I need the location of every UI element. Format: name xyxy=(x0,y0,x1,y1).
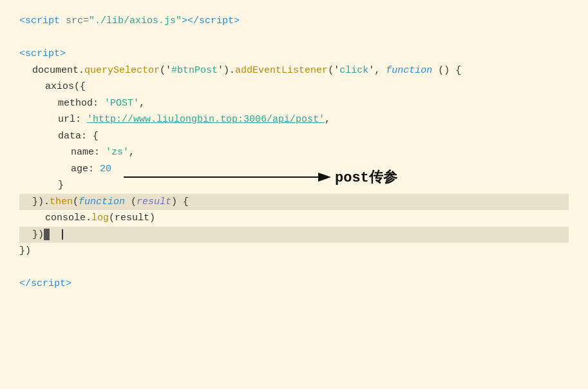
code-line-5: axios({ xyxy=(19,79,569,95)
code-line-11: } xyxy=(19,177,569,194)
code-line-3: <script> xyxy=(19,46,569,62)
code-line-12: }).then(function (result) { xyxy=(19,194,569,211)
code-line-7: url: 'http://www.liulongbin.top:3006/api… xyxy=(19,111,569,128)
code-line-15: }) xyxy=(19,243,569,260)
code-line-9: name: 'zs', xyxy=(19,144,569,161)
code-line-13: console.log(result) xyxy=(19,210,569,227)
code-line-17: </script> xyxy=(19,276,569,292)
code-line-10: age: 20 xyxy=(19,161,569,178)
code-line-4: document.querySelector('#btnPost').addEv… xyxy=(19,62,569,79)
code-line-16 xyxy=(19,260,569,276)
code-block: <script src="./lib/axios.js"></script> <… xyxy=(19,13,569,292)
code-line-2 xyxy=(19,30,569,46)
code-line-8: data: { xyxy=(19,128,569,145)
code-line-6: method: 'POST', xyxy=(19,95,569,112)
code-line-14: }) xyxy=(19,227,569,243)
code-line-1: <script src="./lib/axios.js"></script> xyxy=(19,13,569,30)
